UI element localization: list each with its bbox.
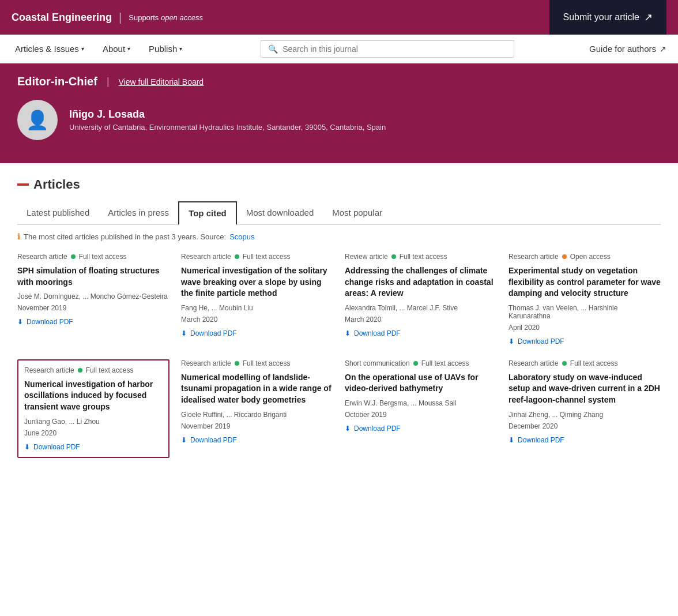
article-type-4: Research article Full text access	[24, 366, 163, 374]
article-card-1: Research article Full text access Numeri…	[181, 253, 333, 345]
tab-top-cited[interactable]: Top cited	[178, 201, 237, 225]
tab-most-popular[interactable]: Most popular	[323, 202, 391, 223]
article-title-0[interactable]: SPH simulation of floating structures wi…	[17, 265, 170, 288]
article-date-2: March 2020	[345, 315, 497, 324]
article-authors-3: Thomas J. van Veelen, ... Harshinie Karu…	[508, 304, 661, 320]
article-card-0: Research article Full text access SPH si…	[17, 253, 170, 345]
articles-section: Articles Latest published Articles in pr…	[0, 163, 678, 472]
article-type-7: Research article Full text access	[508, 359, 661, 367]
submit-arrow-icon: ↗	[644, 11, 653, 24]
editorial-section: Editor-in-Chief | View full Editorial Bo…	[0, 63, 678, 163]
article-title-2[interactable]: Addressing the challenges of climate cha…	[345, 265, 497, 299]
article-authors-0: José M. Domínguez, ... Moncho Gómez-Gest…	[17, 292, 170, 301]
access-dot-6	[413, 361, 418, 366]
tab-articles-in-press[interactable]: Articles in press	[99, 202, 178, 223]
download-icon-6: ⬇	[345, 425, 351, 433]
articles-grid: Research article Full text access SPH si…	[17, 253, 661, 458]
article-card-6: Short communication Full text access On …	[345, 359, 497, 458]
top-header: Coastal Engineering | Supports open acce…	[0, 0, 678, 35]
article-type-5: Research article Full text access	[181, 359, 333, 367]
article-title-5[interactable]: Numerical modelling of landslide-tsunami…	[181, 372, 333, 406]
article-authors-5: Gioele Ruffini, ... Riccardo Briganti	[181, 411, 333, 419]
article-title-6[interactable]: On the operational use of UAVs for video…	[345, 372, 497, 395]
article-type-6: Short communication Full text access	[345, 359, 497, 367]
info-bar: ℹ The most cited articles published in t…	[17, 232, 661, 241]
avatar-icon: 👤	[26, 109, 49, 131]
article-date-5: November 2019	[181, 422, 333, 430]
access-dot-3	[562, 254, 567, 259]
download-pdf-1[interactable]: ⬇ Download PDF	[181, 329, 333, 337]
search-input[interactable]	[282, 44, 507, 54]
nav-publish[interactable]: Publish ▾	[145, 35, 186, 63]
search-box[interactable]: 🔍	[261, 40, 514, 58]
article-authors-1: Fang He, ... Moubin Liu	[181, 304, 333, 312]
article-date-6: October 2019	[345, 411, 497, 419]
article-date-3: April 2020	[508, 324, 661, 332]
article-authors-4: Junliang Gao, ... Li Zhou	[24, 418, 163, 426]
tab-latest-published[interactable]: Latest published	[17, 202, 99, 223]
download-icon-2: ⬇	[345, 329, 351, 337]
editorial-header: Editor-in-Chief | View full Editorial Bo…	[17, 75, 661, 88]
editor-info: Iñigo J. Losada University of Cantabria,…	[69, 108, 386, 132]
article-card-3: Research article Open access Experimenta…	[508, 253, 661, 345]
download-pdf-3[interactable]: ⬇ Download PDF	[508, 337, 661, 345]
editor-card: 👤 Iñigo J. Losada University of Cantabri…	[17, 100, 661, 140]
article-type-3: Research article Open access	[508, 253, 661, 261]
download-icon-7: ⬇	[508, 436, 514, 444]
header-left: Coastal Engineering | Supports open acce…	[12, 11, 203, 24]
submit-article-button[interactable]: Submit your article ↗	[549, 0, 667, 35]
article-date-1: March 2020	[181, 315, 333, 324]
nav-about[interactable]: About ▾	[99, 35, 134, 63]
nav-articles-issues[interactable]: Articles & Issues ▾	[12, 35, 88, 63]
download-icon-4: ⬇	[24, 443, 30, 451]
articles-issues-chevron: ▾	[81, 46, 84, 52]
editorial-pipe: |	[107, 76, 110, 88]
article-date-4: June 2020	[24, 429, 163, 437]
article-card-4: Research article Full text access Numeri…	[17, 359, 170, 458]
article-type-1: Research article Full text access	[181, 253, 333, 261]
download-icon-0: ⬇	[17, 318, 23, 326]
article-title-4[interactable]: Numerical investigation of harbor oscill…	[24, 379, 163, 413]
article-card-2: Review article Full text access Addressi…	[345, 253, 497, 345]
articles-tabs: Latest published Articles in press Top c…	[17, 201, 661, 225]
article-title-1[interactable]: Numerical investigation of the solitary …	[181, 265, 333, 299]
open-access-label: Supports open access	[129, 13, 203, 22]
scopus-link[interactable]: Scopus	[229, 232, 254, 241]
download-icon-5: ⬇	[181, 436, 187, 444]
article-card-5: Research article Full text access Numeri…	[181, 359, 333, 458]
download-icon-1: ⬇	[181, 329, 187, 337]
download-icon-3: ⬇	[508, 337, 514, 345]
download-pdf-2[interactable]: ⬇ Download PDF	[345, 329, 497, 337]
article-date-0: November 2019	[17, 304, 170, 312]
article-authors-2: Alexandra Toimil, ... Marcel J.F. Stive	[345, 304, 497, 312]
header-separator: |	[119, 11, 122, 24]
article-date-7: December 2020	[508, 422, 661, 430]
download-pdf-6[interactable]: ⬇ Download PDF	[345, 425, 497, 433]
view-editorial-board-link[interactable]: View full Editorial Board	[119, 77, 204, 87]
article-authors-6: Erwin W.J. Bergsma, ... Moussa Sall	[345, 399, 497, 407]
guide-for-authors-link[interactable]: Guide for authors ↗	[589, 44, 666, 54]
tab-most-downloaded[interactable]: Most downloaded	[237, 202, 323, 223]
search-icon: 🔍	[268, 44, 278, 54]
download-pdf-0[interactable]: ⬇ Download PDF	[17, 318, 170, 326]
access-dot-4	[78, 368, 82, 373]
article-title-7[interactable]: Laboratory study on wave-induced setup a…	[508, 372, 661, 406]
articles-label: Articles	[17, 177, 661, 192]
access-dot-5	[235, 361, 239, 366]
article-type-0: Research article Full text access	[17, 253, 170, 261]
editor-affiliation: University of Cantabria, Environmental H…	[69, 123, 386, 132]
journal-title: Coastal Engineering	[12, 12, 112, 24]
access-dot-1	[235, 254, 239, 259]
avatar: 👤	[17, 100, 58, 140]
red-bar-decoration	[17, 183, 29, 186]
download-pdf-7[interactable]: ⬇ Download PDF	[508, 436, 661, 444]
access-dot-2	[391, 254, 396, 259]
article-card-7: Research article Full text access Labora…	[508, 359, 661, 458]
download-pdf-4[interactable]: ⬇ Download PDF	[24, 443, 163, 451]
article-type-2: Review article Full text access	[345, 253, 497, 261]
nav-bar: Articles & Issues ▾ About ▾ Publish ▾ 🔍 …	[0, 35, 678, 63]
articles-title: Articles	[33, 177, 80, 192]
download-pdf-5[interactable]: ⬇ Download PDF	[181, 436, 333, 444]
article-title-3[interactable]: Experimental study on vegetation flexibi…	[508, 265, 661, 299]
article-authors-7: Jinhai Zheng, ... Qiming Zhang	[508, 411, 661, 419]
